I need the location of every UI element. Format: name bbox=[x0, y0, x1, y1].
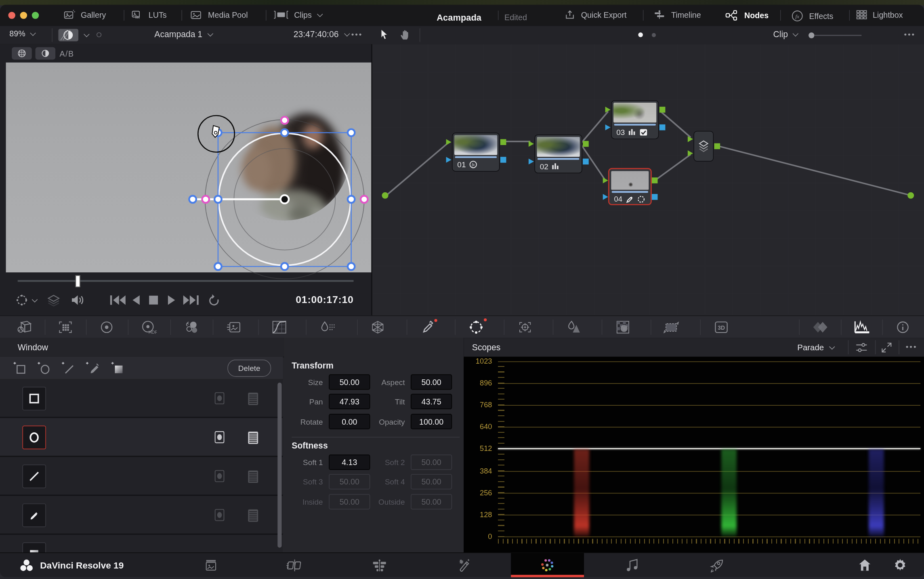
window-row-bezier[interactable] bbox=[0, 496, 283, 535]
source-timecode-select[interactable]: 23:47:40:06 bbox=[294, 29, 348, 39]
minimize-window-button[interactable] bbox=[20, 12, 27, 19]
media-pool-button[interactable]: Media Pool bbox=[190, 9, 248, 20]
node-view-mode-select[interactable]: Clip bbox=[773, 29, 796, 39]
key-output[interactable] bbox=[659, 124, 666, 131]
viewer-scrub-bar[interactable] bbox=[18, 280, 354, 282]
stop-button[interactable] bbox=[149, 296, 158, 305]
matte-indicator-icon[interactable] bbox=[248, 470, 259, 484]
home-layout-icon[interactable] bbox=[858, 559, 872, 571]
tilt-input[interactable]: 43.75 bbox=[411, 394, 452, 409]
onscreen-indicator-icon[interactable] bbox=[214, 509, 225, 521]
source-input-dot[interactable] bbox=[382, 192, 388, 199]
sizing-tool[interactable] bbox=[49, 316, 82, 338]
node-04-selected[interactable]: 04 bbox=[608, 168, 652, 205]
scope-settings-icon[interactable] bbox=[855, 342, 868, 353]
timeline-button[interactable]: Timeline bbox=[653, 9, 701, 20]
matte-indicator-icon[interactable] bbox=[248, 509, 259, 522]
gallery-button[interactable]: Gallery bbox=[63, 9, 106, 20]
wipe-mode-button[interactable] bbox=[58, 28, 88, 42]
hdr-grade-tool[interactable]: HDR bbox=[132, 316, 165, 338]
qualifier-tool[interactable] bbox=[311, 316, 344, 338]
record-timecode[interactable]: 01:00:17:10 bbox=[296, 294, 353, 306]
color-page-tab-active[interactable] bbox=[511, 553, 584, 577]
picker-eyedropper-tool[interactable] bbox=[412, 316, 445, 338]
expand-scope-icon[interactable] bbox=[881, 342, 892, 353]
resolve-fx-3d-tool[interactable]: 3D bbox=[705, 316, 738, 338]
play-button[interactable] bbox=[168, 295, 175, 305]
clip-name-select[interactable]: Acampada 1 bbox=[154, 29, 212, 39]
key-input[interactable] bbox=[603, 194, 608, 200]
viewer-options-menu[interactable]: ••• bbox=[351, 30, 363, 39]
media-page-tab[interactable] bbox=[174, 553, 248, 577]
node-zoom-slider-track[interactable] bbox=[815, 35, 862, 36]
tracker-tool[interactable] bbox=[508, 316, 542, 338]
close-window-button[interactable] bbox=[8, 12, 15, 19]
fusion-page-tab[interactable] bbox=[428, 553, 501, 577]
dve-grid-button[interactable] bbox=[12, 47, 32, 60]
window-outline-toggle[interactable] bbox=[15, 294, 36, 307]
parade-scope-graph[interactable]: 1023 896 768 640 512 384 256 128 0 bbox=[464, 357, 924, 552]
viewer-playhead[interactable] bbox=[76, 275, 80, 287]
lightbox-button[interactable]: Lightbox bbox=[856, 9, 903, 20]
deliver-page-tab[interactable] bbox=[680, 553, 753, 577]
nodes-button[interactable]: Nodes bbox=[725, 9, 769, 21]
mute-speaker-icon[interactable] bbox=[70, 293, 86, 307]
window-row-square[interactable] bbox=[0, 379, 283, 418]
matte-indicator-icon[interactable] bbox=[248, 392, 259, 406]
key-output[interactable] bbox=[500, 157, 506, 163]
add-gradient-window-icon[interactable] bbox=[111, 361, 125, 375]
onscreen-indicator-icon[interactable] bbox=[214, 392, 225, 404]
add-bezier-window-icon[interactable] bbox=[86, 361, 101, 375]
viewer-image[interactable] bbox=[6, 63, 372, 272]
node-zoom-slider-knob[interactable] bbox=[808, 32, 815, 38]
window-list-scrollbar[interactable] bbox=[277, 383, 281, 548]
soft2-input[interactable]: 50.00 bbox=[411, 455, 452, 470]
key-input[interactable] bbox=[605, 124, 611, 131]
node-01[interactable]: 01 fx bbox=[452, 133, 500, 171]
blur-tool[interactable] bbox=[607, 316, 640, 338]
key-input[interactable] bbox=[529, 159, 534, 165]
bypass-grades-icon[interactable] bbox=[96, 32, 102, 38]
viewer-zoom-select[interactable]: 89% bbox=[9, 29, 34, 38]
rgb-output[interactable] bbox=[652, 177, 658, 183]
window-row-gradient[interactable] bbox=[0, 535, 283, 552]
zoom-window-button[interactable] bbox=[32, 12, 39, 19]
key-input[interactable] bbox=[446, 157, 452, 163]
cut-page-tab[interactable] bbox=[258, 553, 331, 577]
scope-mode-select[interactable]: Parade bbox=[797, 343, 833, 352]
unmix-icon[interactable] bbox=[46, 294, 61, 307]
step-back-button[interactable] bbox=[132, 295, 140, 305]
onscreen-indicator-icon[interactable] bbox=[214, 431, 225, 444]
page-indicator-dot[interactable] bbox=[652, 33, 656, 37]
inside-input[interactable]: 50.00 bbox=[329, 494, 370, 510]
node-graph[interactable]: 01 fx 02 03 bbox=[372, 44, 924, 315]
rgb-input[interactable] bbox=[529, 141, 534, 147]
add-linear-window-icon[interactable] bbox=[61, 361, 76, 375]
output-sink-dot[interactable] bbox=[907, 192, 914, 199]
rgb-output[interactable] bbox=[583, 141, 589, 147]
ab-compare-label[interactable]: A/B bbox=[59, 50, 74, 59]
soft3-input[interactable]: 50.00 bbox=[329, 474, 370, 489]
layer-input-1[interactable] bbox=[688, 136, 693, 142]
split-compare-tool[interactable] bbox=[804, 316, 837, 338]
window-row-linear[interactable] bbox=[0, 457, 283, 496]
effects-button[interactable]: fx Effects bbox=[791, 9, 833, 22]
camera-raw-tool[interactable] bbox=[8, 316, 41, 338]
rgb-input[interactable] bbox=[603, 177, 608, 183]
window-tool-active[interactable] bbox=[460, 316, 493, 338]
skip-first-button[interactable] bbox=[110, 295, 126, 305]
matte-indicator-icon[interactable] bbox=[248, 431, 259, 445]
soft1-input[interactable]: 4.13 bbox=[329, 455, 370, 470]
rgb-output[interactable] bbox=[500, 139, 506, 145]
rotate-input[interactable]: 0.00 bbox=[329, 414, 370, 429]
key-tool[interactable] bbox=[655, 316, 689, 338]
window-row-circle-selected[interactable] bbox=[0, 418, 283, 457]
node-02[interactable]: 02 bbox=[534, 135, 582, 173]
curves-tool[interactable] bbox=[263, 316, 296, 338]
rgb-input[interactable] bbox=[605, 107, 611, 113]
pan-input[interactable]: 47.93 bbox=[329, 394, 370, 409]
fairlight-page-tab[interactable] bbox=[596, 553, 669, 577]
layer-input-2[interactable] bbox=[688, 150, 693, 156]
scopes-tool-active[interactable] bbox=[845, 316, 878, 338]
edit-page-tab[interactable] bbox=[343, 553, 416, 577]
